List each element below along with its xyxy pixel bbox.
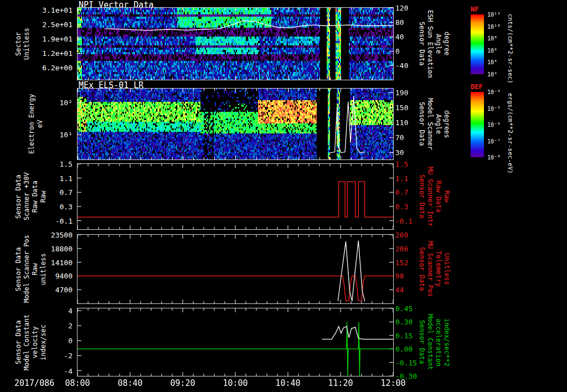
p4-right-axis-label: Sensor DataMU Scanner PosTelemetryUnitle… — [417, 235, 451, 303]
tick-label: 0.7 — [60, 188, 73, 197]
p4-right-ticks: 2602061529844 — [395, 235, 421, 303]
tick-label: 0.3 — [60, 202, 73, 210]
tick-label: 152 — [395, 258, 408, 266]
tick-label: 0.30 — [395, 318, 413, 326]
tick-label: 10⁻⁷ — [487, 138, 501, 144]
tick-label: -0.1 — [395, 216, 413, 225]
x-axis: 2017/086 08:0008:4009:2010:0010:4011:201… — [0, 378, 567, 390]
p4-left-ticks: 23500188001410094004700 — [0, 235, 75, 303]
tick-label: -2 — [64, 352, 73, 360]
tick-label: 4700 — [55, 286, 73, 294]
x-tick-label: 12:00 — [380, 378, 405, 388]
p5-left-ticks: 420-2-4 — [0, 308, 75, 376]
tick-label: 14100 — [51, 258, 73, 266]
axis-label-line: degree — [442, 8, 451, 80]
axis-label-line: Raw Data — [434, 164, 442, 229]
tick-label: 1.5 — [395, 160, 408, 168]
nf-colorbar-name: NF — [471, 6, 478, 13]
figure-root: NPI Vector Data MEx ELS-01 LR SectorUnit… — [0, 0, 567, 392]
tick-label: 70 — [395, 133, 404, 141]
p3-left-ticks: 1.51.10.70.3-0.1 — [0, 164, 75, 229]
axis-label-line: index/sec**2 — [442, 308, 451, 376]
tick-label: 10⁶ — [487, 47, 497, 53]
tick-label: 0.7 — [395, 188, 408, 197]
model-constant-plot — [78, 308, 393, 376]
x-tick-label: 10:40 — [275, 378, 300, 388]
axis-label-line: Model Constant — [426, 308, 434, 376]
tick-label: 206 — [395, 244, 408, 252]
tick-label: -0.1 — [55, 216, 73, 225]
mu-scanner-raw-plot — [78, 164, 393, 229]
axis-label-line: MU Scanner Pos — [426, 235, 434, 303]
npi-right-axis-label: Sensor DataESH Sun ElevationAngledegree — [417, 8, 451, 80]
tick-label: -40 — [395, 61, 408, 70]
p3-right-axis-label: Sensor DataMU Scanner IntrRaw DataRaw — [417, 164, 451, 229]
tick-label: 10⁴ — [487, 59, 497, 65]
date-label: 2017/086 — [14, 378, 54, 388]
tick-label: 0.45 — [395, 305, 413, 313]
tick-label: 9400 — [55, 272, 73, 280]
x-tick-label: 08:00 — [65, 378, 90, 388]
tick-label: 18800 — [51, 244, 73, 252]
tick-label: 10¹² — [487, 12, 501, 18]
axis-label-line: Raw — [442, 164, 451, 229]
def-colorbar — [471, 92, 484, 157]
x-tick-label: 11:20 — [328, 378, 353, 388]
tick-label: 120 — [395, 4, 408, 12]
p5-right-ticks: 0.450.300.150.00-0.15-0.30 — [395, 308, 421, 376]
tick-label: -4 — [64, 367, 73, 375]
tick-label: 1.9e+01 — [42, 34, 73, 43]
nf-colorbar — [471, 14, 484, 74]
tick-label: -0.15 — [395, 358, 417, 367]
tick-label: 10⁸ — [487, 35, 497, 42]
tick-label: 44 — [395, 286, 404, 294]
els-spectrogram-plot — [78, 89, 393, 159]
nf-colorbar-units: cnts/(cm**2-sr-sec) — [506, 10, 514, 87]
npi-left-ticks: 3.1e+012.5e+011.9e+011.2e+016.2e+00 — [0, 8, 75, 80]
x-tick-label: 08:40 — [117, 378, 142, 388]
tick-label: 10² — [60, 98, 73, 106]
tick-label: 10⁻⁴ — [487, 89, 501, 95]
def-colorbar-name: DEF — [471, 83, 483, 91]
tick-label: 0.00 — [395, 345, 413, 353]
tick-label: 0.3 — [395, 202, 408, 210]
tick-label: 110 — [395, 118, 408, 126]
tick-label: 2 — [68, 322, 73, 330]
tick-label: 1.1 — [395, 174, 408, 182]
els-right-ticks: 1901501107030 — [395, 89, 421, 159]
def-colorbar-units: ergs/(cm**2-sr-sec-eV) — [506, 86, 514, 180]
tick-label: 98 — [395, 272, 404, 280]
axis-label-line: Telemetry — [434, 235, 442, 303]
p3-right-ticks: 1.51.10.70.3-0.1 — [395, 164, 421, 229]
tick-label: 10⁻⁵ — [487, 105, 501, 111]
tick-label: 80 — [395, 18, 404, 27]
p5-right-axis-label: Sensor DataModel Constantaccelerationind… — [417, 308, 451, 376]
axis-label-line: acceleration — [434, 308, 442, 376]
axis-label-line: Unitless — [442, 235, 451, 303]
tick-label: 260 — [395, 231, 408, 239]
tick-label: 10⁻⁶ — [487, 122, 501, 128]
tick-label: 10⁻⁸ — [487, 154, 501, 161]
tick-label: 10² — [487, 71, 497, 78]
tick-label: 30 — [395, 148, 404, 156]
tick-label: 0 — [68, 337, 73, 345]
tick-label: 10¹ — [60, 130, 73, 138]
x-tick-label: 10:00 — [223, 378, 248, 388]
tick-label: 2.5e+01 — [42, 20, 73, 28]
axis-label-line: ESH Sun Elevation — [426, 8, 434, 80]
axis-label-line: MU Scanner Intr — [426, 164, 434, 229]
npi-spectrogram-plot — [78, 8, 393, 80]
tick-label: 1.2e+01 — [42, 49, 73, 57]
axis-label-line: degrees — [442, 89, 451, 159]
tick-label: 3.1e+01 — [42, 6, 73, 14]
tick-label: 10¹⁰ — [487, 23, 501, 29]
tick-label: 1.1 — [60, 174, 73, 182]
tick-label: 0 — [395, 47, 400, 55]
tick-label: 0.15 — [395, 331, 413, 339]
axis-label-line: Model Scanner — [426, 89, 434, 159]
tick-label: 150 — [395, 103, 408, 111]
tick-label: 23500 — [51, 231, 73, 239]
x-tick-label: 09:20 — [170, 378, 195, 388]
tick-label: 40 — [395, 33, 404, 41]
scanner-pos-plot — [78, 235, 393, 303]
